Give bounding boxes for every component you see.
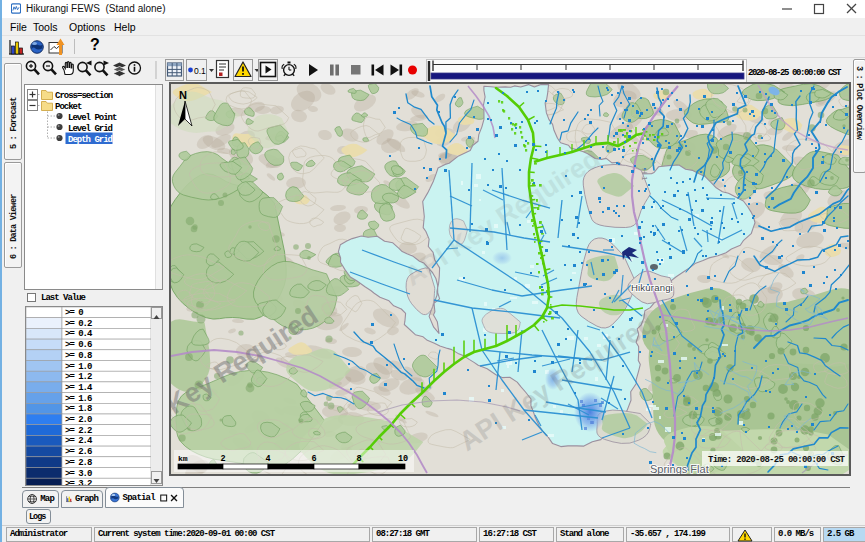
svg-text:6: 6: [311, 454, 316, 464]
svg-text:Level Point: Level Point: [68, 113, 117, 123]
svg-text:4: 4: [265, 454, 270, 464]
svg-text:km: km: [178, 454, 188, 463]
svg-text:>= 0.6: >= 0.6: [65, 340, 92, 350]
svg-text:N: N: [179, 89, 187, 101]
svg-text:H 1: H 1: [640, 168, 649, 181]
svg-text:Hikurangi: Hikurangi: [631, 282, 673, 293]
svg-text:>= 3.2: >= 3.2: [65, 479, 92, 486]
svg-text:8: 8: [356, 454, 361, 464]
svg-text:Level Grid: Level Grid: [68, 124, 113, 134]
svg-text:Depth Grid: Depth Grid: [68, 135, 113, 145]
svg-text:>= 1.4: >= 1.4: [65, 383, 93, 393]
svg-text:>= 2.4: >= 2.4: [65, 436, 93, 446]
svg-text:0.1: 0.1: [194, 66, 206, 76]
svg-text:>= 3.0: >= 3.0: [65, 469, 92, 479]
svg-text:>= 1.8: >= 1.8: [65, 404, 92, 414]
svg-text:2020-08-25 00:00:00 CST: 2020-08-25 00:00:00 CST: [748, 68, 842, 78]
svg-text:>= 2.6: >= 2.6: [65, 447, 92, 457]
svg-text:Springs Flat: Springs Flat: [650, 463, 709, 474]
svg-text:>= 0.4: >= 0.4: [65, 329, 93, 339]
svg-text:>= 0.2: >= 0.2: [65, 319, 92, 329]
svg-text:Pocket: Pocket: [55, 102, 82, 112]
svg-text:Time: 2020-08-25 00:00:00 CST: Time: 2020-08-25 00:00:00 CST: [708, 455, 846, 465]
svg-text:>= 1.2: >= 1.2: [65, 372, 92, 382]
svg-text:>= 0.8: >= 0.8: [65, 351, 92, 361]
svg-text:>= 2.2: >= 2.2: [65, 426, 92, 436]
svg-text:>= 2.8: >= 2.8: [65, 458, 92, 468]
svg-text:>= 0: >= 0: [65, 308, 83, 318]
svg-text:10: 10: [398, 454, 408, 464]
svg-text:>= 2.0: >= 2.0: [65, 415, 92, 425]
svg-text:>= 1.6: >= 1.6: [65, 394, 92, 404]
svg-text:Cross=section: Cross=section: [55, 91, 113, 101]
svg-text:2: 2: [220, 454, 225, 464]
svg-text:>= 1.0: >= 1.0: [65, 362, 92, 372]
